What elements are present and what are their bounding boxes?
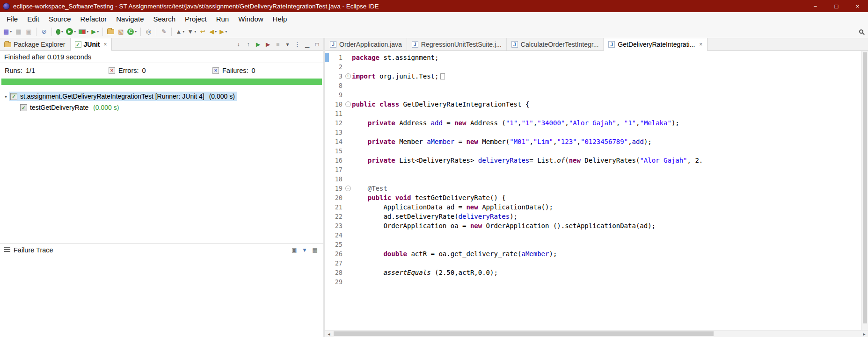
code-text[interactable]: public class GetDeliveryRateIntegrationT…: [352, 100, 861, 109]
view-menu-button[interactable]: ⋮: [293, 40, 302, 49]
menu-refactor[interactable]: Refactor: [76, 13, 112, 25]
line-number[interactable]: 14: [329, 137, 344, 146]
code-text[interactable]: private List<DeliveryRates> deliveryRate…: [352, 156, 861, 165]
fold-gutter[interactable]: [344, 249, 352, 258]
fold-gutter[interactable]: [344, 62, 352, 72]
code-text[interactable]: [352, 258, 861, 268]
menu-source[interactable]: Source: [44, 13, 76, 25]
code-text[interactable]: [352, 165, 861, 174]
fold-gutter[interactable]: [344, 193, 352, 202]
line-number[interactable]: 29: [329, 277, 344, 287]
new-wizard-button[interactable]: ▤▾: [2, 27, 13, 37]
line-number[interactable]: 10: [329, 100, 344, 109]
debug-button[interactable]: ▾: [55, 27, 64, 37]
line-number[interactable]: 20: [329, 193, 344, 202]
code-text[interactable]: private Address add = new Address ("1","…: [352, 118, 861, 128]
fold-gutter[interactable]: [344, 258, 352, 268]
previous-annotation-button[interactable]: ▲▾: [175, 27, 185, 37]
code-text[interactable]: double actR = oa.get_delivery_rate(aMemb…: [352, 249, 861, 258]
line-number[interactable]: 12: [329, 118, 344, 128]
editor-tab-getdeliveryrateintegrati-[interactable]: JGetDeliveryRateIntegrati...×: [604, 38, 708, 51]
coverage-button[interactable]: ▾: [78, 27, 89, 37]
code-text[interactable]: ApplicationData ad = new ApplicationData…: [352, 202, 861, 212]
fold-gutter[interactable]: [344, 221, 352, 230]
expander-icon[interactable]: ▾: [2, 94, 9, 99]
code-text[interactable]: [352, 230, 861, 240]
menu-window[interactable]: Window: [233, 13, 268, 25]
line-number[interactable]: 27: [329, 258, 344, 268]
maximize-view-button[interactable]: □: [313, 40, 321, 49]
vertical-scrollbar-thumb[interactable]: [863, 52, 867, 323]
scroll-right-icon[interactable]: ▸: [861, 331, 868, 337]
menu-file[interactable]: File: [2, 13, 22, 25]
run-button[interactable]: ▶▾: [65, 27, 77, 37]
run-external-tools-button[interactable]: ▶▾: [90, 27, 100, 37]
code-text[interactable]: assertEquals (2.50,actR,0.0);: [352, 268, 861, 277]
code-text[interactable]: import org.junit.Test;: [352, 72, 861, 81]
fold-expand-icon[interactable]: +: [345, 73, 351, 79]
editor-tab-regressionunittestsuite-j-[interactable]: JRegressionUnitTestSuite.j...: [407, 38, 507, 50]
dropdown-arrow-icon[interactable]: ▾: [225, 29, 227, 34]
fold-collapse-icon[interactable]: −: [345, 186, 351, 191]
mark-occurrences-button[interactable]: ✎: [159, 27, 168, 37]
save-button[interactable]: ▦: [14, 27, 23, 37]
collapsed-region-icon[interactable]: [440, 73, 445, 79]
show-stack-trace-in-console-button[interactable]: ▣: [290, 246, 299, 254]
dropdown-arrow-icon[interactable]: ▾: [61, 29, 63, 34]
fold-gutter[interactable]: [344, 174, 352, 184]
menu-search[interactable]: Search: [148, 13, 180, 25]
code-text[interactable]: public void testGetDeliveryRate() {: [352, 193, 861, 202]
fold-gutter[interactable]: [344, 118, 352, 128]
line-number[interactable]: 16: [329, 156, 344, 165]
code-text[interactable]: @Test: [352, 184, 861, 193]
fold-gutter[interactable]: [344, 146, 352, 156]
back-button[interactable]: ◀▾: [208, 27, 218, 37]
next-annotation-button[interactable]: ▼▾: [186, 27, 197, 37]
close-button[interactable]: ×: [847, 0, 868, 12]
fold-gutter[interactable]: +: [344, 72, 352, 81]
fold-gutter[interactable]: [344, 90, 352, 100]
line-number[interactable]: 25: [329, 240, 344, 249]
code-text[interactable]: package st.assignment;: [352, 53, 861, 62]
fold-gutter[interactable]: [344, 212, 352, 221]
fold-gutter[interactable]: [344, 128, 352, 137]
fold-gutter[interactable]: [344, 53, 352, 62]
fold-gutter[interactable]: [344, 202, 352, 212]
quick-search-button[interactable]: [859, 29, 863, 34]
stop-test-button[interactable]: ■: [273, 40, 282, 49]
editor-tab-calculateordertestintegr-[interactable]: JCalculateOrderTestIntegr...: [507, 38, 604, 50]
skip-breakpoints-button[interactable]: ⊘: [39, 27, 49, 37]
line-number[interactable]: 23: [329, 221, 344, 230]
code-text[interactable]: [352, 174, 861, 184]
save-all-button[interactable]: ▣: [24, 27, 33, 37]
line-number[interactable]: 24: [329, 230, 344, 240]
line-number[interactable]: 17: [329, 165, 344, 174]
line-number[interactable]: 2: [329, 62, 344, 72]
dropdown-arrow-icon[interactable]: ▾: [135, 29, 137, 34]
dropdown-arrow-icon[interactable]: ▾: [97, 29, 99, 34]
fold-gutter[interactable]: [344, 81, 352, 90]
line-number[interactable]: 9: [329, 90, 344, 100]
close-tab-icon[interactable]: ×: [104, 41, 107, 48]
close-tab-icon[interactable]: ×: [699, 41, 702, 48]
new-class-button[interactable]: C▾: [126, 27, 138, 37]
line-number[interactable]: 28: [329, 268, 344, 277]
minimize-button[interactable]: −: [805, 0, 826, 12]
filter-stack-trace-button[interactable]: ▼: [300, 246, 309, 254]
fold-gutter[interactable]: [344, 137, 352, 146]
menu-run[interactable]: Run: [212, 13, 234, 25]
horizontal-scrollbar-thumb[interactable]: [334, 331, 714, 336]
dropdown-arrow-icon[interactable]: ▾: [10, 29, 12, 34]
dropdown-arrow-icon[interactable]: ▾: [87, 29, 88, 34]
fold-gutter[interactable]: [344, 240, 352, 249]
dropdown-arrow-icon[interactable]: ▾: [182, 29, 184, 34]
scroll-left-icon[interactable]: ◂: [325, 331, 333, 337]
code-text[interactable]: [352, 146, 861, 156]
new-java-project-button[interactable]: [106, 27, 115, 37]
code-text[interactable]: private Member aMember = new Member("M01…: [352, 137, 861, 146]
menu-edit[interactable]: Edit: [22, 13, 44, 25]
fold-gutter[interactable]: −: [344, 100, 352, 109]
next-failed-test-button[interactable]: ↓: [234, 40, 243, 49]
line-number[interactable]: 15: [329, 146, 344, 156]
line-number[interactable]: 8: [329, 81, 344, 90]
